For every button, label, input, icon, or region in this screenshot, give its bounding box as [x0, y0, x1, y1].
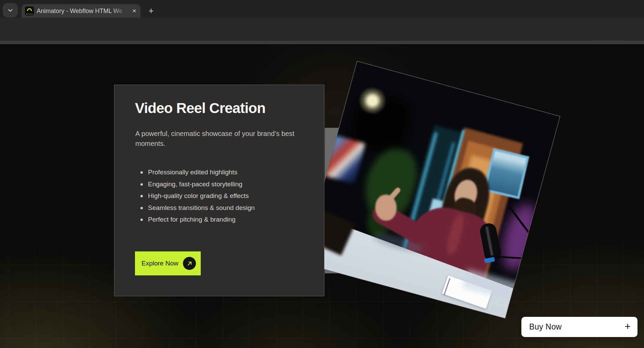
buy-now-label: Buy Now	[521, 322, 562, 332]
browser-window: Animatory Animatory - Webflow HTML We ✕ …	[0, 0, 644, 348]
page-title: Video Reel Creation	[135, 100, 265, 116]
feature-list: Professionally edited highlights Engagin…	[139, 166, 255, 226]
toolbar-bottom-edge	[0, 41, 644, 44]
browser-tab[interactable]: Animatory Animatory - Webflow HTML We ✕	[22, 4, 140, 18]
feature-card: Video Reel Creation A powerful, cinemati…	[114, 85, 324, 296]
tab-search-button[interactable]	[3, 3, 18, 17]
browser-toolbar: animatory.webflow.io	[0, 18, 644, 41]
explore-now-label: Explore Now	[135, 260, 178, 267]
animatory-favicon-icon: Animatory	[25, 7, 34, 15]
tab-title: Animatory - Webflow HTML We	[37, 4, 129, 18]
plus-icon: +	[624, 317, 631, 337]
feature-item: Professionally edited highlights	[139, 166, 255, 178]
chevron-down-icon	[8, 8, 13, 13]
new-tab-button[interactable]: +	[145, 5, 157, 16]
explore-now-button[interactable]: Explore Now	[135, 251, 201, 275]
tab-close-button[interactable]: ✕	[131, 8, 138, 14]
buy-now-button[interactable]: Buy Now +	[521, 317, 637, 337]
arrow-up-right-icon	[183, 257, 196, 270]
feature-item: Seamless transitions & sound design	[139, 202, 255, 214]
card-description: A powerful, cinematic showcase of your b…	[135, 129, 300, 149]
feature-item: Engaging, fast-paced storytelling	[139, 178, 255, 190]
feature-item: High-quality color grading & effects	[139, 190, 255, 202]
webpage-viewport: Video Reel Creation A powerful, cinemati…	[0, 44, 644, 348]
feature-item: Perfect for pitching & branding	[139, 214, 255, 226]
tab-strip: Animatory Animatory - Webflow HTML We ✕ …	[0, 0, 644, 18]
